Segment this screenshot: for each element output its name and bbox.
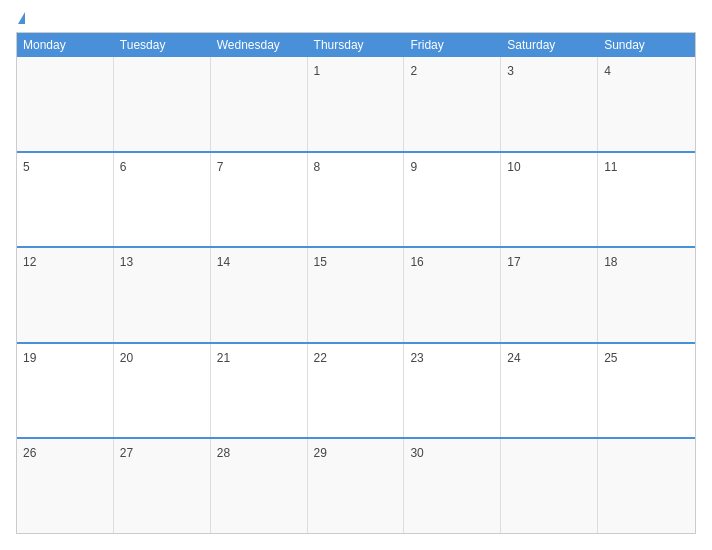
- day-number: 20: [120, 351, 133, 365]
- day-cell: 19: [17, 344, 114, 438]
- day-number: 14: [217, 255, 230, 269]
- calendar-grid: MondayTuesdayWednesdayThursdayFridaySatu…: [16, 32, 696, 534]
- day-cell: 25: [598, 344, 695, 438]
- day-headers: MondayTuesdayWednesdayThursdayFridaySatu…: [17, 33, 695, 57]
- day-header-wednesday: Wednesday: [211, 33, 308, 57]
- day-cell: 13: [114, 248, 211, 342]
- day-cell: 27: [114, 439, 211, 533]
- day-number: 22: [314, 351, 327, 365]
- day-number: 26: [23, 446, 36, 460]
- logo: [16, 12, 25, 24]
- day-number: 17: [507, 255, 520, 269]
- day-number: 4: [604, 64, 611, 78]
- day-number: 12: [23, 255, 36, 269]
- day-cell: 29: [308, 439, 405, 533]
- week-row-5: 2627282930: [17, 437, 695, 533]
- day-cell: 10: [501, 153, 598, 247]
- day-cell: 21: [211, 344, 308, 438]
- day-cell: 14: [211, 248, 308, 342]
- day-cell: [211, 57, 308, 151]
- day-cell: 26: [17, 439, 114, 533]
- day-number: 23: [410, 351, 423, 365]
- day-number: 6: [120, 160, 127, 174]
- day-cell: 7: [211, 153, 308, 247]
- day-number: 27: [120, 446, 133, 460]
- day-cell: 24: [501, 344, 598, 438]
- day-cell: 4: [598, 57, 695, 151]
- day-cell: 11: [598, 153, 695, 247]
- day-cell: 6: [114, 153, 211, 247]
- day-cell: 1: [308, 57, 405, 151]
- day-number: 19: [23, 351, 36, 365]
- week-row-2: 567891011: [17, 151, 695, 247]
- day-number: 16: [410, 255, 423, 269]
- day-cell: 8: [308, 153, 405, 247]
- day-cell: 12: [17, 248, 114, 342]
- day-header-saturday: Saturday: [501, 33, 598, 57]
- day-cell: [598, 439, 695, 533]
- day-header-sunday: Sunday: [598, 33, 695, 57]
- day-cell: 9: [404, 153, 501, 247]
- week-row-4: 19202122232425: [17, 342, 695, 438]
- day-number: 21: [217, 351, 230, 365]
- day-number: 30: [410, 446, 423, 460]
- day-cell: 28: [211, 439, 308, 533]
- day-cell: 30: [404, 439, 501, 533]
- day-cell: 15: [308, 248, 405, 342]
- day-cell: [501, 439, 598, 533]
- day-number: 25: [604, 351, 617, 365]
- day-number: 7: [217, 160, 224, 174]
- day-header-tuesday: Tuesday: [114, 33, 211, 57]
- day-cell: 17: [501, 248, 598, 342]
- day-number: 28: [217, 446, 230, 460]
- day-number: 1: [314, 64, 321, 78]
- day-number: 24: [507, 351, 520, 365]
- header: [16, 12, 696, 24]
- day-cell: 18: [598, 248, 695, 342]
- week-row-3: 12131415161718: [17, 246, 695, 342]
- day-cell: 5: [17, 153, 114, 247]
- day-cell: 16: [404, 248, 501, 342]
- day-header-thursday: Thursday: [308, 33, 405, 57]
- calendar-container: MondayTuesdayWednesdayThursdayFridaySatu…: [0, 0, 712, 550]
- logo-triangle-icon: [18, 12, 25, 24]
- day-number: 3: [507, 64, 514, 78]
- day-number: 18: [604, 255, 617, 269]
- day-cell: [114, 57, 211, 151]
- day-number: 9: [410, 160, 417, 174]
- day-header-friday: Friday: [404, 33, 501, 57]
- day-number: 15: [314, 255, 327, 269]
- day-number: 5: [23, 160, 30, 174]
- day-cell: 20: [114, 344, 211, 438]
- day-number: 11: [604, 160, 617, 174]
- week-row-1: 1234: [17, 57, 695, 151]
- day-cell: 2: [404, 57, 501, 151]
- day-cell: 23: [404, 344, 501, 438]
- weeks-container: 1234567891011121314151617181920212223242…: [17, 57, 695, 533]
- day-cell: [17, 57, 114, 151]
- day-cell: 3: [501, 57, 598, 151]
- day-number: 29: [314, 446, 327, 460]
- day-number: 2: [410, 64, 417, 78]
- day-number: 13: [120, 255, 133, 269]
- day-number: 10: [507, 160, 520, 174]
- day-cell: 22: [308, 344, 405, 438]
- day-number: 8: [314, 160, 321, 174]
- day-header-monday: Monday: [17, 33, 114, 57]
